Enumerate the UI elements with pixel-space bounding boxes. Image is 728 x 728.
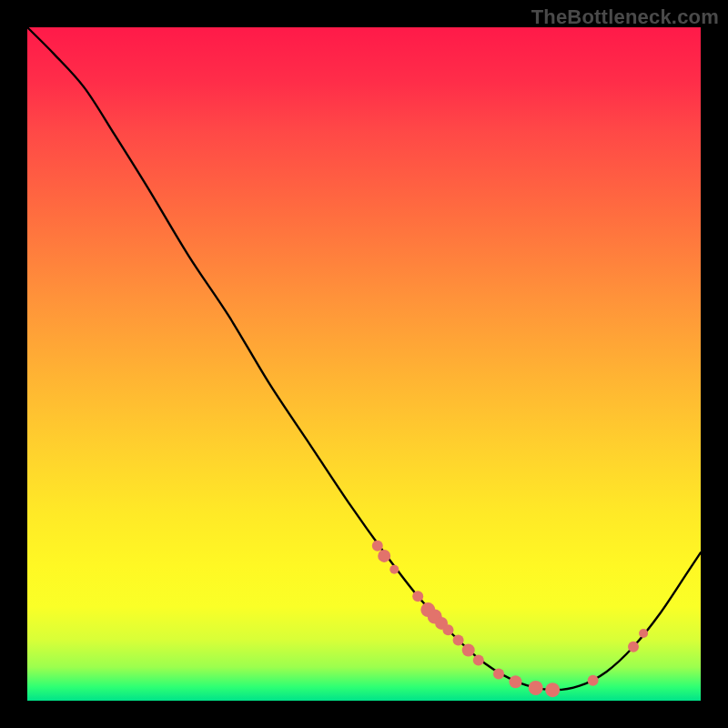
curve-marker <box>389 565 399 574</box>
curve-marker <box>529 681 543 695</box>
curve-marker <box>493 668 504 679</box>
curve-marker <box>639 629 648 638</box>
curve-marker <box>443 624 454 635</box>
curve-marker <box>412 591 423 602</box>
curve-marker <box>473 655 484 666</box>
curve-marker <box>378 550 390 562</box>
bottleneck-curve <box>27 27 701 690</box>
curve-marker <box>628 642 639 652</box>
curve-marker <box>462 644 475 657</box>
curve-marker <box>453 634 464 645</box>
curve-marker <box>545 682 560 697</box>
curve-marker <box>372 541 383 551</box>
curve-markers <box>372 541 648 697</box>
watermark-text: TheBottleneck.com <box>531 5 719 29</box>
chart-svg <box>27 27 701 701</box>
curve-marker <box>588 675 599 686</box>
curve-marker <box>510 675 522 688</box>
